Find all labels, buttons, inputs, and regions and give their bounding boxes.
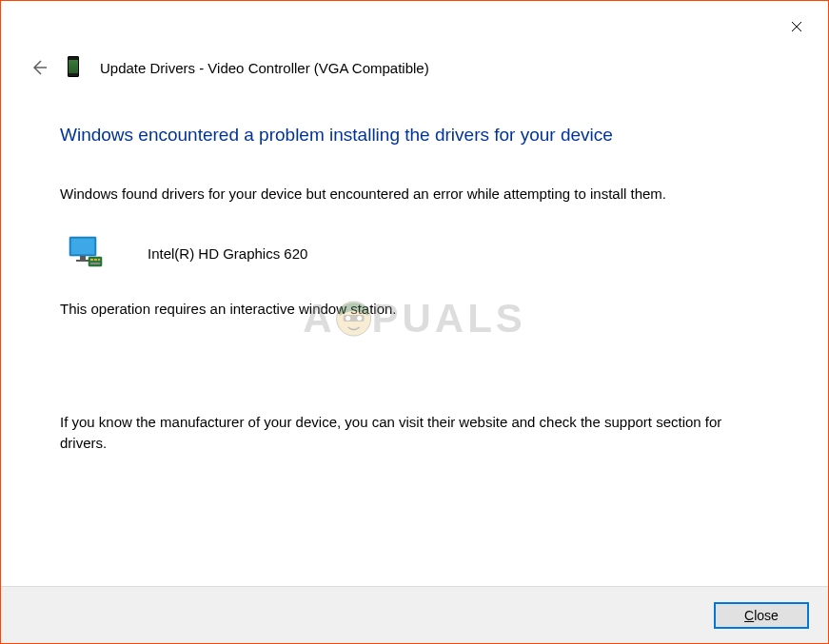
- window-close-button[interactable]: [782, 12, 811, 41]
- dialog-content: Windows encountered a problem installing…: [1, 79, 828, 454]
- svg-rect-4: [80, 256, 86, 260]
- svg-rect-3: [71, 239, 94, 254]
- back-button[interactable]: [28, 56, 50, 79]
- back-arrow-icon: [30, 58, 49, 77]
- close-icon: [791, 21, 802, 32]
- svg-rect-8: [94, 259, 97, 261]
- dialog-title: Update Drivers - Video Controller (VGA C…: [100, 60, 429, 76]
- error-message-text: This operation requires an interactive w…: [60, 301, 769, 317]
- error-heading: Windows encountered a problem installing…: [60, 125, 769, 146]
- svg-rect-10: [90, 263, 100, 264]
- found-drivers-text: Windows found drivers for your device bu…: [60, 184, 769, 204]
- update-drivers-dialog: Update Drivers - Video Controller (VGA C…: [1, 1, 828, 643]
- device-name-label: Intel(R) HD Graphics 620: [148, 245, 307, 262]
- svg-rect-5: [76, 260, 89, 262]
- svg-rect-9: [98, 259, 100, 261]
- graphics-device-icon: [68, 234, 106, 272]
- device-header-icon: [68, 56, 83, 79]
- close-button[interactable]: Close: [714, 602, 809, 629]
- svg-rect-7: [90, 259, 93, 261]
- svg-rect-6: [89, 257, 102, 266]
- help-text: If you know the manufacturer of your dev…: [60, 412, 764, 454]
- dialog-header: Update Drivers - Video Controller (VGA C…: [1, 1, 828, 79]
- dialog-footer: Close: [1, 586, 828, 643]
- device-row: Intel(R) HD Graphics 620: [68, 234, 769, 272]
